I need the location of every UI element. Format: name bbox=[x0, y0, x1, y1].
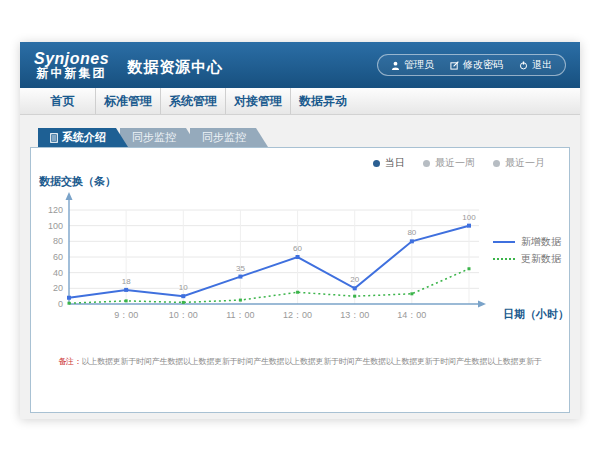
nav-item-interface[interactable]: 对接管理 bbox=[225, 88, 290, 114]
radio-dot bbox=[493, 160, 500, 167]
logo: Synjones 新中新集团 bbox=[34, 50, 109, 81]
app-window: Synjones 新中新集团 数据资源中心 管理员 修改密码 退出 首页 标准管… bbox=[20, 42, 580, 419]
user-icon bbox=[391, 61, 400, 70]
user-toolbar: 管理员 修改密码 退出 bbox=[377, 54, 566, 76]
svg-text:60: 60 bbox=[293, 244, 302, 253]
user-button[interactable]: 管理员 bbox=[391, 58, 434, 72]
tab-label: 系统介绍 bbox=[62, 128, 106, 147]
y-axis-title: 数据交换（条） bbox=[39, 174, 116, 189]
tab-label: 同步监控 bbox=[132, 128, 176, 147]
solid-line-swatch bbox=[493, 241, 515, 243]
x-axis-title: 日期（小时） bbox=[503, 307, 569, 322]
svg-text:10：00: 10：00 bbox=[169, 310, 198, 320]
nav-item-standards[interactable]: 标准管理 bbox=[95, 88, 160, 114]
radio-label: 最近一月 bbox=[505, 156, 545, 170]
radio-today[interactable]: 当日 bbox=[373, 156, 405, 170]
power-icon bbox=[519, 61, 528, 70]
note-text: 以上数据更新于时间产生数据以上数据更新于时间产生数据以上数据更新于时间产生数据以… bbox=[82, 357, 542, 366]
tab-system-intro[interactable]: 系统介绍 bbox=[38, 128, 128, 147]
svg-text:0: 0 bbox=[58, 299, 63, 309]
svg-text:40: 40 bbox=[53, 268, 63, 278]
svg-text:13：00: 13：00 bbox=[340, 310, 369, 320]
page-title: 数据资源中心 bbox=[127, 54, 223, 77]
svg-text:14：00: 14：00 bbox=[397, 310, 426, 320]
logout-button[interactable]: 退出 bbox=[519, 58, 552, 72]
svg-text:60: 60 bbox=[53, 252, 63, 262]
radio-label: 最近一周 bbox=[435, 156, 475, 170]
time-range-filter: 当日 最近一周 最近一月 bbox=[373, 156, 545, 170]
radio-last-week[interactable]: 最近一周 bbox=[423, 156, 475, 170]
edit-icon bbox=[450, 61, 459, 70]
svg-text:100: 100 bbox=[48, 221, 63, 231]
legend-label: 新增数据 bbox=[521, 235, 561, 249]
legend-label: 更新数据 bbox=[521, 252, 561, 266]
main-nav: 首页 标准管理 系统管理 对接管理 数据异动 bbox=[20, 88, 580, 115]
logout-label: 退出 bbox=[532, 58, 552, 72]
tab-bar: 系统介绍 同步监控 同步监控 bbox=[38, 128, 570, 147]
radio-last-month[interactable]: 最近一月 bbox=[493, 156, 545, 170]
tab-sync-monitor-2[interactable]: 同步监控 bbox=[190, 128, 268, 147]
nav-item-system[interactable]: 系统管理 bbox=[160, 88, 225, 114]
svg-text:11：00: 11：00 bbox=[226, 310, 254, 320]
note-prefix: 备注： bbox=[58, 357, 81, 366]
svg-text:18: 18 bbox=[122, 277, 131, 286]
nav-item-home[interactable]: 首页 bbox=[30, 88, 95, 114]
radio-dot bbox=[423, 160, 430, 167]
content-panel: 当日 最近一周 最近一月 数据交换（条） 0204060801001209：00… bbox=[30, 147, 570, 413]
svg-text:10: 10 bbox=[179, 283, 188, 292]
app-header: Synjones 新中新集团 数据资源中心 管理员 修改密码 退出 bbox=[20, 42, 580, 88]
svg-text:9：00: 9：00 bbox=[114, 310, 138, 320]
svg-text:20: 20 bbox=[350, 275, 359, 284]
dotted-line-swatch bbox=[493, 258, 515, 260]
nav-item-data-change[interactable]: 数据异动 bbox=[290, 88, 355, 114]
radio-label: 当日 bbox=[385, 156, 405, 170]
svg-text:80: 80 bbox=[53, 236, 63, 246]
content-area: 系统介绍 同步监控 同步监控 当日 最近一周 bbox=[20, 115, 580, 413]
chart-legend: 新增数据 更新数据 bbox=[493, 233, 561, 267]
svg-text:80: 80 bbox=[407, 228, 416, 237]
logo-subtext: 新中新集团 bbox=[37, 67, 107, 80]
change-password-label: 修改密码 bbox=[463, 58, 503, 72]
change-password-button[interactable]: 修改密码 bbox=[450, 58, 503, 72]
svg-text:100: 100 bbox=[462, 213, 476, 222]
radio-dot bbox=[373, 160, 380, 167]
svg-text:12：00: 12：00 bbox=[283, 310, 312, 320]
document-icon bbox=[50, 133, 58, 143]
legend-item-new-data: 新增数据 bbox=[493, 233, 561, 250]
svg-text:120: 120 bbox=[48, 205, 63, 215]
svg-text:35: 35 bbox=[236, 264, 245, 273]
legend-item-updated-data: 更新数据 bbox=[493, 250, 561, 267]
logo-text: Synjones bbox=[34, 50, 109, 68]
svg-text:20: 20 bbox=[53, 283, 63, 293]
footer-note: 备注：以上数据更新于时间产生数据以上数据更新于时间产生数据以上数据更新于时间产生… bbox=[31, 356, 569, 367]
tab-label: 同步监控 bbox=[202, 128, 246, 147]
user-label: 管理员 bbox=[404, 58, 434, 72]
tab-sync-monitor-1[interactable]: 同步监控 bbox=[120, 128, 198, 147]
